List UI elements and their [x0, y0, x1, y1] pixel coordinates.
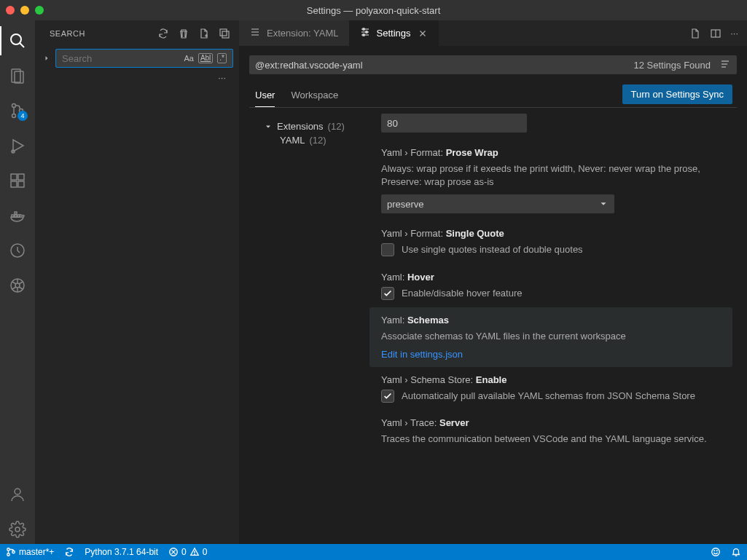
editor-tabs: Extension: YAML Settings ··· [239, 20, 747, 47]
search-field[interactable] [62, 53, 161, 64]
svg-rect-21 [220, 29, 227, 36]
close-icon[interactable] [417, 28, 429, 39]
scm-badge: 4 [17, 111, 28, 121]
activity-docker[interactable] [0, 201, 35, 230]
chevron-right-icon[interactable] [41, 54, 52, 63]
collapse-icon[interactable] [219, 28, 230, 39]
scope-user-tab[interactable]: User [255, 90, 275, 107]
status-sync[interactable] [64, 547, 74, 557]
svg-rect-8 [11, 174, 17, 180]
settings-found-count: 12 Settings Found [633, 60, 711, 71]
svg-point-20 [15, 527, 20, 532]
svg-rect-10 [18, 181, 24, 187]
list-icon [249, 26, 261, 40]
activity-accounts[interactable] [0, 480, 35, 509]
svg-rect-22 [222, 31, 229, 38]
setting-trace: Yaml › Trace: Server Traces the communic… [369, 410, 732, 459]
maximize-window-button[interactable] [35, 6, 44, 15]
svg-point-31 [362, 34, 364, 36]
svg-rect-9 [11, 181, 17, 187]
new-file-icon[interactable] [198, 28, 210, 39]
tab-label: Settings [377, 28, 411, 39]
tab-extension-yaml[interactable]: Extension: YAML [239, 20, 349, 46]
more-actions-icon[interactable]: ··· [730, 28, 738, 39]
printwidth-input[interactable] [381, 114, 527, 133]
status-problems[interactable]: 0 0 [168, 547, 207, 557]
match-case-toggle[interactable]: Aa [184, 54, 193, 63]
svg-point-39 [7, 548, 10, 551]
activity-bar: 4 [0, 20, 35, 544]
tab-settings[interactable]: Settings [349, 20, 439, 46]
close-window-button[interactable] [6, 6, 15, 15]
settings-scope-tabs: User Workspace Turn on Settings Sync [249, 74, 737, 108]
search-more-icon[interactable]: ··· [41, 71, 233, 84]
svg-point-40 [7, 553, 10, 556]
minimize-window-button[interactable] [20, 6, 29, 15]
status-feedback-icon[interactable] [711, 547, 721, 557]
svg-line-1 [20, 43, 24, 47]
clear-filter-icon[interactable] [719, 58, 731, 72]
status-bell-icon[interactable] [731, 547, 741, 557]
activity-search[interactable] [0, 26, 35, 55]
match-word-toggle[interactable]: Abl [198, 53, 213, 63]
svg-point-46 [194, 554, 195, 555]
edit-settings-json-link[interactable]: Edit in settings.json [381, 349, 721, 360]
sidebar-header: SEARCH [35, 20, 239, 46]
svg-rect-15 [15, 212, 17, 214]
settings-tab-icon [359, 26, 371, 40]
regex-toggle[interactable]: .* [217, 53, 227, 63]
settings-list[interactable]: Yaml › Format: Prose Wrap Always: wrap p… [369, 114, 737, 544]
svg-point-19 [15, 489, 20, 494]
svg-point-0 [11, 34, 21, 44]
hover-checkbox[interactable] [381, 287, 394, 300]
singlequote-checkbox[interactable] [381, 243, 394, 256]
setting-prosewrap: Yaml › Format: Prose Wrap Always: wrap p… [369, 140, 732, 221]
activity-settings[interactable] [0, 515, 35, 544]
activity-timeline[interactable] [0, 236, 35, 265]
setting-singlequote: Yaml › Format: Single Quote Use single q… [369, 221, 732, 264]
sidebar-title: SEARCH [50, 29, 85, 38]
sidebar: SEARCH Aa Abl .* [35, 20, 239, 544]
activity-kubernetes[interactable] [0, 271, 35, 300]
toc-yaml[interactable]: YAML (12) [264, 133, 367, 147]
svg-point-29 [362, 28, 364, 31]
schemastore-checkbox[interactable] [381, 390, 394, 403]
svg-rect-11 [18, 174, 24, 180]
setting-printwidth [369, 114, 732, 140]
editor-area: Extension: YAML Settings ··· @ext:redhat [239, 20, 747, 544]
window-title: Settings — polyaxon-quick-start [0, 5, 747, 16]
activity-explorer[interactable] [0, 61, 35, 90]
svg-point-5 [12, 114, 16, 118]
activity-source-control[interactable]: 4 [0, 96, 35, 125]
activity-run[interactable] [0, 131, 35, 160]
prosewrap-select[interactable]: preserve [381, 194, 614, 213]
window-controls [6, 6, 44, 15]
settings-sync-button[interactable]: Turn on Settings Sync [622, 84, 732, 104]
search-input[interactable]: Aa Abl .* [55, 49, 233, 68]
filter-value: @ext:redhat.vscode-yaml [255, 60, 363, 71]
settings-filter[interactable]: @ext:redhat.vscode-yaml 12 Settings Foun… [249, 55, 737, 74]
svg-point-48 [714, 551, 715, 551]
setting-hover: Yaml: Hover Enable/disable hover feature [369, 264, 732, 307]
split-editor-icon[interactable] [710, 28, 721, 39]
svg-point-30 [365, 31, 367, 33]
statusbar: master*+ Python 3.7.1 64-bit 0 0 [0, 544, 747, 560]
setting-schemastore: Yaml › Schema Store: Enable Automaticall… [369, 367, 732, 410]
tab-label: Extension: YAML [267, 28, 339, 39]
scope-workspace-tab[interactable]: Workspace [291, 90, 338, 107]
svg-point-4 [12, 104, 16, 108]
settings-toc: Extensions (12) YAML (12) [249, 114, 369, 544]
titlebar: Settings — polyaxon-quick-start [0, 0, 747, 20]
open-settings-json-icon[interactable] [689, 28, 701, 39]
clear-icon[interactable] [178, 28, 189, 39]
svg-point-47 [712, 548, 720, 556]
activity-extensions[interactable] [0, 166, 35, 195]
refresh-icon[interactable] [157, 28, 169, 39]
status-branch[interactable]: master*+ [6, 547, 54, 557]
status-python[interactable]: Python 3.7.1 64-bit [85, 547, 158, 557]
svg-rect-3 [15, 71, 23, 83]
svg-point-49 [716, 551, 717, 551]
toc-extensions[interactable]: Extensions (12) [264, 119, 367, 133]
setting-schemas: Yaml: Schemas Associate schemas to YAML … [369, 307, 732, 367]
